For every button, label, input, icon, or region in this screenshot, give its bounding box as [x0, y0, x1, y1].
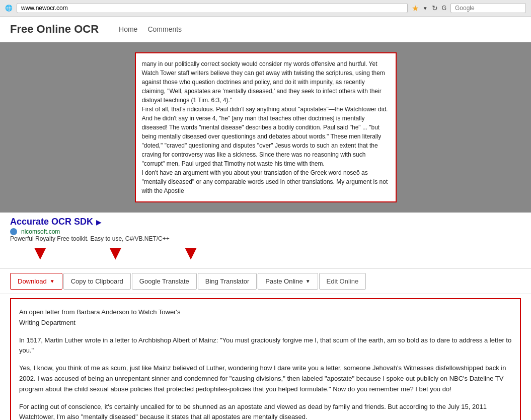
- nav-links: Home Comments: [119, 25, 182, 33]
- paste-online-button[interactable]: Paste Online ▼: [258, 273, 318, 290]
- ad-arrows: ▼ ▼ ▼: [30, 242, 521, 262]
- ocr-image-para1: many in our politically correct society …: [142, 59, 390, 105]
- ad-url[interactable]: nicomsoft.com: [21, 228, 60, 235]
- ocr-image-area: many in our politically correct society …: [0, 42, 531, 213]
- ad-area: Accurate OCR SDK ▶ nicomsoft.com Powerfu…: [0, 213, 531, 269]
- search-input[interactable]: [450, 3, 526, 13]
- refresh-icon[interactable]: ↻: [432, 4, 438, 12]
- paste-chevron-icon: ▼: [306, 278, 311, 284]
- down-arrow-3: ▼: [181, 242, 201, 262]
- download-chevron-icon: ▼: [50, 278, 55, 284]
- ad-info: Accurate OCR SDK ▶ nicomsoft.com Powerfu…: [10, 217, 521, 242]
- globe-icon: [10, 228, 17, 235]
- toolbar: Download ▼ Copy to Clipboard Google Tran…: [0, 269, 531, 294]
- nav-home[interactable]: Home: [119, 25, 137, 33]
- download-label: Download: [18, 277, 47, 285]
- ocr-image-para2: First of all, that's ridiculous. Paul di…: [142, 105, 390, 168]
- paste-label: Paste Online: [265, 277, 302, 285]
- ad-external-icon: ▶: [96, 218, 102, 226]
- nav-comments[interactable]: Comments: [147, 25, 182, 33]
- google-translate-button[interactable]: Google Translate: [132, 273, 197, 290]
- main-content: many in our politically correct society …: [0, 42, 531, 420]
- browser-bar: 🌐 ★ ▼ ↻ G: [0, 0, 531, 17]
- page-header: Free Online OCR Home Comments: [0, 17, 531, 42]
- result-area: An open letter from Barbara Anderson to …: [10, 298, 521, 420]
- edit-online-button[interactable]: Edit Online: [319, 273, 366, 290]
- ad-text-block: Accurate OCR SDK ▶ nicomsoft.com Powerfu…: [10, 217, 170, 242]
- result-para3: For acting out of conscience, it's certa…: [19, 402, 512, 420]
- down-arrow-1: ▼: [30, 242, 50, 262]
- down-arrow-2: ▼: [106, 242, 126, 262]
- ocr-image-box: many in our politically correct society …: [135, 52, 397, 202]
- copy-to-clipboard-button[interactable]: Copy to Clipboard: [63, 273, 131, 290]
- url-bar[interactable]: [17, 3, 408, 13]
- page-title: Free Online OCR: [10, 23, 99, 36]
- bookmark-icon[interactable]: ★: [412, 4, 419, 13]
- browser-favicon: 🌐: [5, 5, 13, 12]
- result-para1: In 1517, Martin Luther wrote in a letter…: [19, 335, 512, 357]
- ocr-image-para3: I don't have an argument with you about …: [142, 168, 390, 195]
- google-icon: G: [442, 5, 446, 12]
- ad-title[interactable]: Accurate OCR SDK: [10, 217, 93, 227]
- result-intro: An open letter from Barbara Anderson to …: [19, 307, 512, 328]
- bing-translator-button[interactable]: Bing Translator: [198, 273, 257, 290]
- result-para2: Yes, I know, you think of me as scum, ju…: [19, 363, 512, 394]
- download-button[interactable]: Download ▼: [10, 273, 62, 290]
- bookmark-dropdown-icon[interactable]: ▼: [423, 6, 428, 11]
